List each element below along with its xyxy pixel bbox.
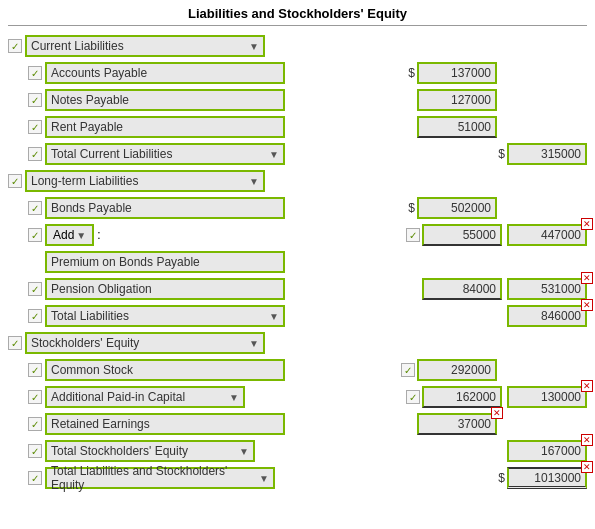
- checkbox-retained-earnings[interactable]: [28, 417, 42, 431]
- checkbox-premium-val1[interactable]: [406, 228, 420, 242]
- grand-total-value[interactable]: 1013000: [507, 467, 587, 489]
- pension-val1[interactable]: 84000: [422, 278, 502, 300]
- dropdown-arrow-paid-in: ▼: [229, 392, 239, 403]
- checkbox-additional-paid-in[interactable]: [28, 390, 42, 404]
- row-additional-paid-in: Additional Paid-in Capital ▼ 162000 ✕ 13…: [28, 385, 587, 409]
- dropdown-arrow-grand-total: ▼: [259, 473, 269, 484]
- page-title: Liabilities and Stockholders' Equity: [188, 6, 407, 21]
- total-current-liabilities-label[interactable]: Total Current Liabilities ▼: [45, 143, 285, 165]
- common-stock-value[interactable]: 292000: [417, 359, 497, 381]
- x-mark-grand-total: ✕: [581, 461, 593, 473]
- x-mark-paid-in: ✕: [581, 380, 593, 392]
- row-retained-earnings: Retained Earnings ✕ 37000: [28, 412, 587, 436]
- x-mark-pension: ✕: [581, 272, 593, 284]
- row-pension: Pension Obligation 84000 ✕ 531000: [28, 277, 587, 301]
- dropdown-arrow-current-liabilities: ▼: [249, 41, 259, 52]
- total-liabilities-value[interactable]: 846000: [507, 305, 587, 327]
- additional-paid-in-val1[interactable]: 162000: [422, 386, 502, 408]
- row-total-stockholders-equity: Total Stockholders' Equity ▼ ✕ 167000: [28, 439, 587, 463]
- bonds-payable-value[interactable]: 502000: [417, 197, 497, 219]
- dollar-grand-total: $: [498, 471, 505, 485]
- common-stock-label[interactable]: Common Stock: [45, 359, 285, 381]
- row-common-stock: Common Stock 292000: [28, 358, 587, 382]
- notes-payable-label[interactable]: Notes Payable: [45, 89, 285, 111]
- x-mark-retained: ✕: [491, 407, 503, 419]
- checkbox-notes-payable[interactable]: [28, 93, 42, 107]
- checkbox-stockholders[interactable]: [8, 336, 22, 350]
- checkbox-common-stock[interactable]: [28, 363, 42, 377]
- row-rent-payable: Rent Payable 51000: [28, 115, 587, 139]
- page-header: Liabilities and Stockholders' Equity: [8, 6, 587, 26]
- dollar-bonds-payable: $: [408, 201, 415, 215]
- dropdown-arrow-add: ▼: [76, 230, 86, 241]
- page: Liabilities and Stockholders' Equity Cur…: [0, 0, 595, 499]
- checkbox-grand-total[interactable]: [28, 471, 42, 485]
- rent-payable-value[interactable]: 51000: [417, 116, 497, 138]
- section-longterm-liabilities: Long-term Liabilities ▼: [8, 169, 587, 193]
- checkbox-accounts-payable[interactable]: [28, 66, 42, 80]
- dropdown-arrow-total-stockholders: ▼: [239, 446, 249, 457]
- total-stockholders-label[interactable]: Total Stockholders' Equity ▼: [45, 440, 255, 462]
- bonds-payable-label[interactable]: Bonds Payable: [45, 197, 285, 219]
- checkbox-total-stockholders[interactable]: [28, 444, 42, 458]
- retained-earnings-value[interactable]: 37000: [417, 413, 497, 435]
- row-accounts-payable: Accounts Payable $ 137000: [28, 61, 587, 85]
- x-mark-premium: ✕: [581, 218, 593, 230]
- premium-bonds-val1[interactable]: 55000: [422, 224, 502, 246]
- dropdown-arrow-total-liabilities: ▼: [269, 311, 279, 322]
- total-current-liabilities-value[interactable]: 315000: [507, 143, 587, 165]
- current-liabilities-label[interactable]: Current Liabilities ▼: [25, 35, 265, 57]
- dropdown-arrow-longterm: ▼: [249, 176, 259, 187]
- accounts-payable-value[interactable]: 137000: [417, 62, 497, 84]
- dollar-accounts-payable: $: [408, 66, 415, 80]
- checkbox-longterm-liabilities[interactable]: [8, 174, 22, 188]
- additional-paid-in-val2[interactable]: 130000: [507, 386, 587, 408]
- row-grand-total: Total Liabilities and Stockholders' Equi…: [28, 466, 587, 490]
- colon-label: :: [97, 228, 100, 242]
- additional-paid-in-label[interactable]: Additional Paid-in Capital ▼: [45, 386, 245, 408]
- checkbox-pension[interactable]: [28, 282, 42, 296]
- section-stockholders-equity: Stockholders' Equity ▼: [8, 331, 587, 355]
- longterm-liabilities-label[interactable]: Long-term Liabilities ▼: [25, 170, 265, 192]
- pension-val2[interactable]: 531000: [507, 278, 587, 300]
- row-premium-label: Premium on Bonds Payable: [28, 250, 587, 274]
- checkbox-current-liabilities[interactable]: [8, 39, 22, 53]
- checkbox-paid-in-val1[interactable]: [406, 390, 420, 404]
- accounts-payable-label[interactable]: Accounts Payable: [45, 62, 285, 84]
- dollar-total-current: $: [498, 147, 505, 161]
- checkbox-common-val[interactable]: [401, 363, 415, 377]
- premium-bonds-val2[interactable]: 447000: [507, 224, 587, 246]
- add-button[interactable]: Add ▼: [45, 224, 94, 246]
- notes-payable-value[interactable]: 127000: [417, 89, 497, 111]
- row-bonds-payable: Bonds Payable $ 502000: [28, 196, 587, 220]
- premium-bonds-label[interactable]: Premium on Bonds Payable: [45, 251, 285, 273]
- retained-earnings-label[interactable]: Retained Earnings: [45, 413, 285, 435]
- row-total-liabilities: Total Liabilities ▼ ✕ 846000: [28, 304, 587, 328]
- row-total-current-liabilities: Total Current Liabilities ▼ $ 315000: [28, 142, 587, 166]
- checkbox-total-current-liabilities[interactable]: [28, 147, 42, 161]
- checkbox-bonds-payable[interactable]: [28, 201, 42, 215]
- checkbox-rent-payable[interactable]: [28, 120, 42, 134]
- pension-label[interactable]: Pension Obligation: [45, 278, 285, 300]
- row-premium-bonds: Add ▼ : 55000 ✕ 447000: [28, 223, 587, 247]
- stockholders-equity-label[interactable]: Stockholders' Equity ▼: [25, 332, 265, 354]
- x-mark-total-stockholders: ✕: [581, 434, 593, 446]
- dropdown-arrow-total-current: ▼: [269, 149, 279, 160]
- x-mark-total-liabilities: ✕: [581, 299, 593, 311]
- row-notes-payable: Notes Payable 127000: [28, 88, 587, 112]
- dropdown-arrow-stockholders: ▼: [249, 338, 259, 349]
- checkbox-premium-bonds[interactable]: [28, 228, 42, 242]
- total-stockholders-value[interactable]: 167000: [507, 440, 587, 462]
- section-current-liabilities: Current Liabilities ▼: [8, 34, 587, 58]
- total-liabilities-label[interactable]: Total Liabilities ▼: [45, 305, 285, 327]
- grand-total-label[interactable]: Total Liabilities and Stockholders' Equi…: [45, 467, 275, 489]
- rent-payable-label[interactable]: Rent Payable: [45, 116, 285, 138]
- checkbox-total-liabilities[interactable]: [28, 309, 42, 323]
